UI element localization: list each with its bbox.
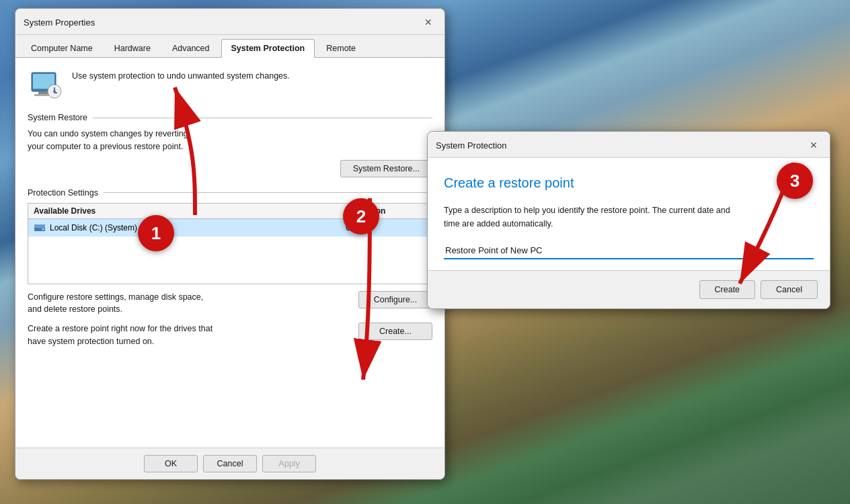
system-properties-footer: OK Cancel Apply (15, 448, 445, 479)
tab-advanced[interactable]: Advanced (162, 39, 220, 57)
col-drive-header: Available Drives (34, 206, 346, 216)
svg-point-6 (53, 90, 56, 93)
system-protection-title: System Protection (436, 140, 507, 151)
restore-point-input[interactable] (444, 243, 814, 259)
system-properties-titlebar: System Properties ✕ (15, 9, 445, 35)
drive-cell: Local Disk (C:) (System) (34, 222, 346, 234)
system-restore-button[interactable]: System Restore... (340, 160, 432, 177)
create-restore-point-heading: Create a restore point (444, 174, 814, 192)
tab-remote[interactable]: Remote (316, 39, 366, 57)
configure-text: Configure restore settings, manage disk … (28, 291, 203, 317)
create-button[interactable]: Create (699, 280, 756, 299)
section-divider-2 (104, 192, 432, 193)
restore-description: You can undo system changes by reverting… (28, 128, 432, 153)
system-protection-close-button[interactable]: ✕ (806, 137, 822, 153)
system-properties-title: System Properties (24, 17, 95, 28)
step-3-circle: 3 (777, 163, 813, 199)
system-properties-close-button[interactable]: ✕ (420, 14, 436, 30)
cancel-button[interactable]: Cancel (203, 455, 257, 472)
info-text: Use system protection to undo unwanted s… (72, 67, 290, 83)
protection-settings-label: Protection Settings (28, 188, 98, 198)
create-restore-button[interactable]: Create... (358, 323, 432, 340)
drive-name: Local Disk (C:) (System) (50, 223, 137, 233)
system-properties-dialog: System Properties ✕ Computer Name Hardwa… (15, 8, 445, 480)
system-restore-label: System Restore (28, 113, 87, 122)
create-restore-row: Create a restore point right now for the… (28, 323, 432, 348)
table-empty-space (28, 237, 432, 284)
step-1-circle: 1 (138, 215, 174, 251)
system-protection-body: Create a restore point Type a descriptio… (428, 158, 830, 270)
ok-button[interactable]: OK (144, 455, 198, 472)
info-row: Use system protection to undo unwanted s… (28, 67, 432, 102)
configure-row: Configure restore settings, manage disk … (28, 291, 432, 317)
protection-settings-section: Protection Settings (28, 188, 432, 198)
drive-icon (34, 222, 46, 234)
system-properties-tabs: Computer Name Hardware Advanced System P… (15, 35, 445, 58)
cancel-restore-button[interactable]: Cancel (761, 280, 818, 299)
system-properties-body: Use system protection to undo unwanted s… (15, 58, 445, 448)
tab-computer-name[interactable]: Computer Name (21, 39, 103, 57)
configure-button[interactable]: Configure... (358, 291, 432, 308)
restore-button-row: System Restore... (28, 160, 432, 177)
system-protection-titlebar: System Protection ✕ (428, 132, 830, 158)
restore-point-description: Type a description to help you identify … (444, 204, 814, 230)
section-divider (93, 118, 432, 118)
apply-button[interactable]: Apply (262, 455, 316, 472)
system-protection-icon (28, 67, 63, 102)
svg-rect-8 (34, 224, 45, 228)
system-protection-footer: Create Cancel (428, 270, 830, 308)
create-restore-text: Create a restore point right now for the… (28, 323, 212, 348)
tab-system-protection[interactable]: System Protection (221, 39, 315, 58)
svg-point-9 (42, 228, 44, 230)
tab-hardware[interactable]: Hardware (104, 39, 161, 57)
system-restore-section: System Restore (28, 113, 432, 122)
step-2-circle: 2 (343, 198, 379, 235)
system-protection-dialog: System Protection ✕ Create a restore poi… (427, 131, 830, 309)
